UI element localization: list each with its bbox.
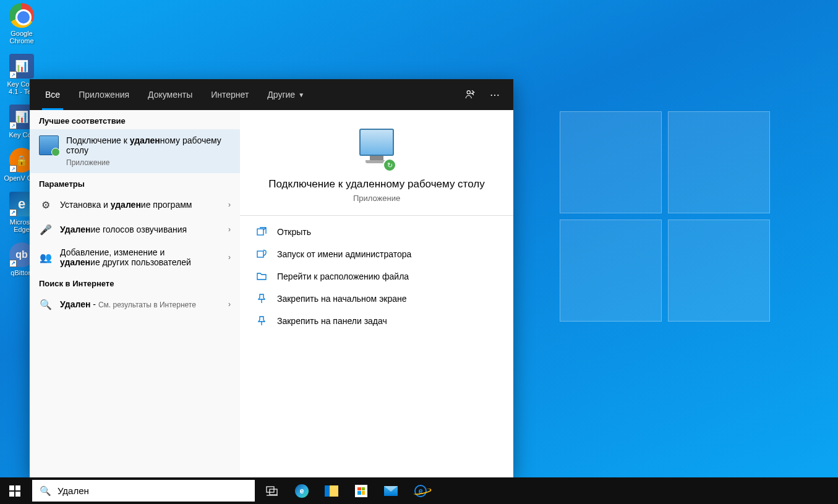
edge-icon: e	[295, 484, 309, 498]
web-item-text: Удален - См. результаты в Интернете	[60, 299, 228, 309]
pin-icon	[255, 316, 268, 326]
remote-desktop-icon	[39, 135, 59, 155]
app-icon: 📊↗	[9, 54, 34, 79]
store-icon	[355, 485, 367, 497]
ie-icon: e	[414, 485, 427, 497]
feedback-icon[interactable]	[458, 82, 482, 107]
tab-all[interactable]: Все	[36, 79, 69, 110]
tab-more[interactable]: Другие▼	[258, 79, 314, 110]
preview-actions-list: Открыть Запуск от имени администратора П…	[240, 215, 513, 337]
users-icon: 👥	[39, 250, 53, 264]
section-best-match-title: Лучшее соответствие	[30, 110, 240, 129]
tab-apps[interactable]: Приложения	[69, 79, 139, 110]
settings-item-manage-users[interactable]: 👥 Добавление, изменение и удаление други…	[30, 242, 240, 273]
search-panel-header: Все Приложения Документы Интернет Другие…	[30, 79, 513, 110]
shield-icon	[255, 249, 268, 259]
svg-rect-2	[257, 251, 263, 257]
tab-internet[interactable]: Интернет	[202, 79, 258, 110]
action-pin-taskbar[interactable]: Закрепить на панели задач	[240, 310, 513, 332]
action-open[interactable]: Открыть	[240, 221, 513, 243]
tab-label: Другие	[267, 90, 295, 100]
taskbar-app-ie[interactable]: e	[406, 477, 435, 504]
gear-icon: ⚙	[39, 198, 53, 211]
settings-item-remove-voices[interactable]: 🎤 Удаление голосов озвучивания ›	[30, 217, 240, 242]
svg-rect-1	[257, 229, 263, 235]
search-input[interactable]	[58, 485, 247, 496]
open-icon	[255, 227, 268, 237]
tab-label: Интернет	[211, 90, 249, 100]
action-label: Закрепить на панели задач	[277, 316, 387, 326]
action-open-file-location[interactable]: Перейти к расположению файла	[240, 265, 513, 288]
mail-icon	[384, 486, 398, 496]
web-search-item[interactable]: 🔍 Удален - См. результаты в Интернете ›	[30, 292, 240, 317]
action-label: Перейти к расположению файла	[277, 271, 409, 281]
settings-item-uninstall-programs[interactable]: ⚙ Установка и удаление программ ›	[30, 192, 240, 217]
action-label: Открыть	[277, 227, 311, 237]
taskbar-app-store[interactable]	[346, 477, 376, 504]
chevron-down-icon: ▼	[298, 92, 304, 98]
tab-label: Все	[45, 90, 60, 100]
desktop-icon-label: Google Chrome	[3, 30, 40, 45]
file-explorer-icon	[325, 485, 338, 497]
taskbar-app-mail[interactable]	[376, 477, 406, 504]
settings-item-text: Установка и удаление программ	[60, 200, 228, 210]
search-preview-pane: ↻ Подключение к удаленному рабочему стол…	[240, 110, 513, 477]
section-web-title: Поиск в Интернете	[30, 273, 240, 292]
svg-point-0	[467, 91, 470, 94]
action-run-as-admin[interactable]: Запуск от имени администратора	[240, 243, 513, 265]
pin-icon	[255, 294, 268, 304]
settings-item-text: Добавление, изменение и удаление других …	[60, 247, 228, 267]
more-options-icon[interactable]: ⋯	[482, 82, 507, 107]
task-view-icon	[266, 486, 278, 496]
search-icon: 🔍	[39, 297, 53, 311]
chevron-right-icon: ›	[228, 200, 231, 209]
action-label: Запуск от имени администратора	[277, 249, 411, 259]
chevron-right-icon: ›	[228, 225, 231, 234]
task-view-button[interactable]	[257, 477, 287, 504]
chevron-right-icon: ›	[228, 300, 231, 309]
tab-label: Приложения	[79, 90, 129, 100]
best-match-subtitle: Приложение	[66, 158, 231, 167]
chrome-icon	[9, 3, 34, 28]
microphone-icon: 🎤	[39, 223, 53, 236]
taskbar-app-explorer[interactable]	[317, 477, 346, 504]
search-results-panel: Все Приложения Документы Интернет Другие…	[30, 79, 513, 477]
windows-logo-wallpaper	[560, 111, 776, 328]
windows-icon	[9, 485, 20, 497]
tab-label: Документы	[148, 90, 192, 100]
section-settings-title: Параметры	[30, 173, 240, 192]
settings-item-text: Удаление голосов озвучивания	[60, 224, 228, 234]
start-button[interactable]	[0, 477, 30, 504]
preview-title: Подключение к удаленному рабочему столу	[252, 177, 501, 191]
action-label: Закрепить на начальном экране	[277, 294, 407, 304]
preview-subtitle: Приложение	[252, 194, 501, 203]
taskbar-search-box[interactable]: 🔍	[32, 480, 255, 502]
tab-documents[interactable]: Документы	[139, 79, 202, 110]
action-pin-start[interactable]: Закрепить на начальном экране	[240, 288, 513, 310]
best-match-title: Подключение к удаленному рабочему столу	[66, 135, 231, 155]
chevron-right-icon: ›	[228, 253, 231, 262]
search-results-list: Лучшее соответствие Подключение к удален…	[30, 110, 240, 477]
taskbar-app-edge[interactable]: e	[287, 477, 317, 504]
search-icon: 🔍	[40, 485, 51, 497]
taskbar: 🔍 e e	[0, 477, 838, 504]
folder-icon	[255, 271, 268, 281]
remote-desktop-large-icon: ↻	[357, 129, 396, 168]
best-match-item[interactable]: Подключение к удаленному рабочему столу …	[30, 129, 240, 173]
desktop-icon-chrome[interactable]: Google Chrome	[3, 3, 40, 45]
